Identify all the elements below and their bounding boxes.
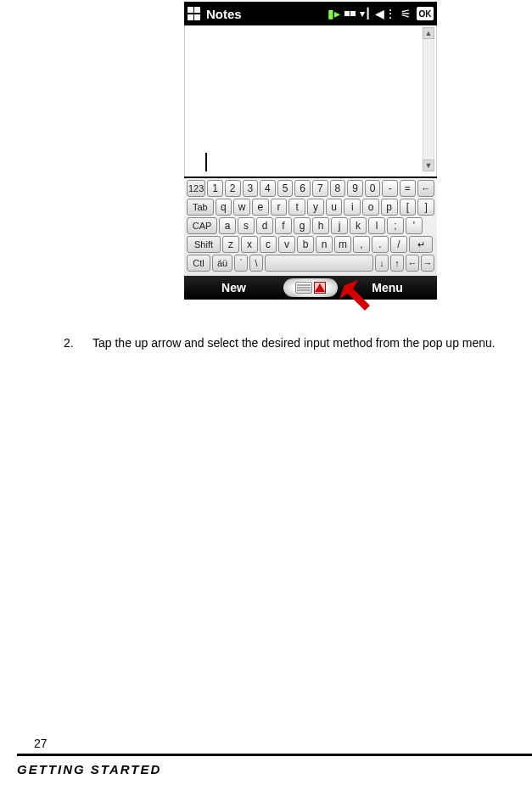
- key-z[interactable]: z: [222, 236, 239, 253]
- key-s[interactable]: s: [238, 217, 255, 234]
- key-n[interactable]: n: [316, 236, 333, 253]
- key-v[interactable]: v: [278, 236, 295, 253]
- power-icon: ⚟: [400, 7, 412, 20]
- key-q[interactable]: q: [216, 199, 232, 216]
- key-4[interactable]: 4: [260, 180, 276, 197]
- system-tray: ▮▸ ▾┃ ◀⋮ ⚟: [328, 7, 412, 20]
- ok-button[interactable]: OK: [417, 7, 434, 20]
- key-caps[interactable]: CAP: [187, 217, 217, 234]
- key-123[interactable]: 123: [187, 180, 205, 197]
- section-title: GETTING STARTED: [17, 762, 161, 776]
- sip-up-arrow-button[interactable]: [314, 282, 326, 294]
- key-0[interactable]: 0: [365, 180, 381, 197]
- key-r[interactable]: r: [271, 199, 288, 216]
- scroll-down-icon[interactable]: ▼: [423, 160, 434, 171]
- footer-rule: [17, 754, 532, 756]
- key-backspace[interactable]: ←: [417, 180, 434, 197]
- page-number: 27: [34, 737, 48, 750]
- key-enter[interactable]: ↵: [409, 236, 433, 253]
- key-space[interactable]: [265, 255, 373, 272]
- speaker-icon: ◀⋮: [375, 7, 396, 20]
- key-equals[interactable]: =: [400, 180, 416, 197]
- key-rbracket[interactable]: ]: [417, 199, 434, 216]
- key-i[interactable]: i: [344, 199, 361, 216]
- key-minus[interactable]: -: [382, 180, 398, 197]
- key-w[interactable]: w: [233, 199, 250, 216]
- signal-icon: ▾┃: [360, 8, 371, 20]
- key-p[interactable]: p: [381, 199, 398, 216]
- key-grave[interactable]: `: [234, 255, 248, 272]
- start-icon[interactable]: [188, 7, 201, 20]
- key-arrow-down[interactable]: ↓: [375, 255, 389, 272]
- key-arrow-right[interactable]: →: [421, 255, 434, 272]
- key-u[interactable]: u: [326, 199, 343, 216]
- scroll-track[interactable]: [423, 39, 434, 160]
- manual-page: Notes ▮▸ ▾┃ ◀⋮ ⚟ OK ▲ ▼ 123 1 2: [0, 0, 532, 796]
- key-accents[interactable]: áü: [212, 255, 232, 272]
- key-9[interactable]: 9: [347, 180, 363, 197]
- vertical-scrollbar[interactable]: ▲ ▼: [423, 27, 434, 173]
- instruction-step: 2. Tap the up arrow and select the desir…: [64, 335, 522, 351]
- key-j[interactable]: j: [331, 217, 348, 234]
- key-6[interactable]: 6: [294, 180, 311, 197]
- softkey-menu[interactable]: Menu: [338, 281, 437, 294]
- key-apostrophe[interactable]: ': [406, 217, 423, 234]
- key-b[interactable]: b: [297, 236, 314, 253]
- key-h[interactable]: h: [312, 217, 329, 234]
- key-e[interactable]: e: [252, 199, 269, 216]
- scroll-up-icon[interactable]: ▲: [423, 27, 434, 39]
- key-lbracket[interactable]: [: [400, 199, 417, 216]
- key-period[interactable]: .: [372, 236, 389, 253]
- sync-icon: [344, 11, 356, 16]
- title-bar: Notes ▮▸ ▾┃ ◀⋮ ⚟ OK: [184, 2, 437, 25]
- key-arrow-left[interactable]: ←: [406, 255, 419, 272]
- step-text: Tap the up arrow and select the desired …: [92, 335, 496, 351]
- key-3[interactable]: 3: [243, 180, 259, 197]
- key-l[interactable]: l: [368, 217, 385, 234]
- on-screen-keyboard[interactable]: 123 1 2 3 4 5 6 7 8 9 0 - = ← Tab q w e …: [184, 177, 437, 276]
- key-m[interactable]: m: [334, 236, 351, 253]
- key-tab[interactable]: Tab: [187, 199, 214, 216]
- key-comma[interactable]: ,: [353, 236, 370, 253]
- device-screenshot: Notes ▮▸ ▾┃ ◀⋮ ⚟ OK ▲ ▼ 123 1 2: [184, 2, 437, 293]
- key-arrow-up[interactable]: ↑: [390, 255, 404, 272]
- sip-selector[interactable]: [283, 278, 338, 297]
- note-canvas[interactable]: ▲ ▼: [184, 25, 437, 177]
- up-arrow-icon: [315, 283, 325, 292]
- key-slash[interactable]: /: [390, 236, 407, 253]
- key-d[interactable]: d: [256, 217, 273, 234]
- key-backslash[interactable]: \: [249, 255, 263, 272]
- key-f[interactable]: f: [275, 217, 292, 234]
- softkey-new[interactable]: New: [184, 281, 283, 294]
- key-c[interactable]: c: [260, 236, 277, 253]
- keyboard-icon[interactable]: [295, 282, 312, 294]
- key-semicolon[interactable]: ;: [387, 217, 404, 234]
- key-shift[interactable]: Shift: [187, 236, 221, 253]
- key-ctl[interactable]: Ctl: [187, 255, 210, 272]
- text-cursor: [205, 153, 207, 171]
- key-2[interactable]: 2: [225, 180, 241, 197]
- key-y[interactable]: y: [307, 199, 324, 216]
- key-g[interactable]: g: [294, 217, 311, 234]
- key-5[interactable]: 5: [277, 180, 294, 197]
- connection-icon: ▮▸: [328, 7, 340, 20]
- soft-key-bar: New Menu: [184, 276, 437, 300]
- step-number: 2.: [64, 335, 79, 351]
- app-title: Notes: [206, 7, 242, 21]
- key-k[interactable]: k: [350, 217, 367, 234]
- key-a[interactable]: a: [219, 217, 236, 234]
- key-1[interactable]: 1: [207, 180, 223, 197]
- key-t[interactable]: t: [288, 199, 305, 216]
- key-8[interactable]: 8: [330, 180, 346, 197]
- key-o[interactable]: o: [362, 199, 379, 216]
- key-x[interactable]: x: [241, 236, 258, 253]
- key-7[interactable]: 7: [312, 180, 328, 197]
